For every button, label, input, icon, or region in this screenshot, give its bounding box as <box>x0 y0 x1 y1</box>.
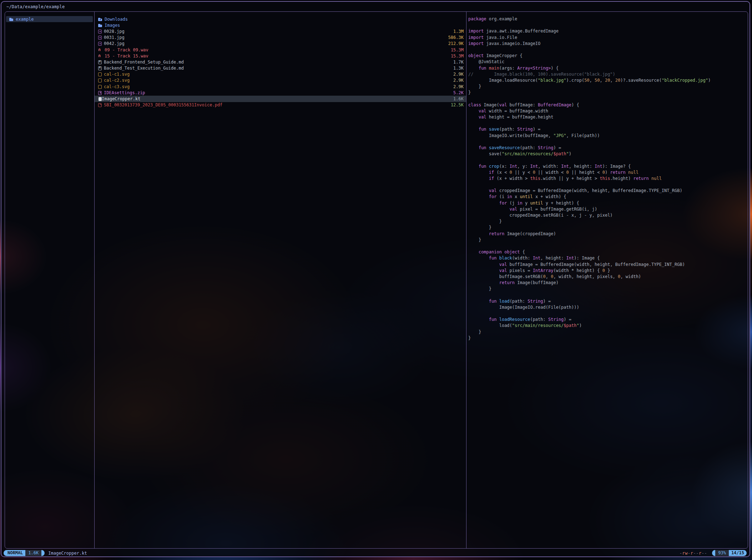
file-row[interactable]: cal-c2.svg2.9K <box>95 77 466 84</box>
code-line: class Image(val buffImage: BufferedImage… <box>468 102 747 108</box>
file-name: IDEAsettings.zip <box>104 90 145 95</box>
code-line: @JvmStatic <box>468 59 747 65</box>
code-line: } <box>468 329 747 335</box>
downloads-folder-icon <box>98 17 102 21</box>
audio-icon <box>98 48 102 52</box>
code-file-icon <box>99 97 102 101</box>
file-row[interactable]: Downloads <box>95 16 466 22</box>
code-line: } <box>468 224 747 231</box>
code-line <box>468 47 747 53</box>
code-line: croppedImage.setRGB(i - x, j - y, pixel) <box>468 212 747 218</box>
file-row[interactable]: ImageCropper.kt1.6K <box>95 96 466 102</box>
code-line: save("src/main/resources/$path") <box>468 151 747 157</box>
code-line: import java.io.File <box>468 35 747 41</box>
file-size: 2.9K <box>449 84 464 89</box>
file-name: SBI_0032013739_2023_DE05_0003155631Invoi… <box>104 102 222 107</box>
parent-dir-item[interactable]: example <box>6 16 93 22</box>
code-line: val pixels = IntArray(width * height) { … <box>468 268 747 274</box>
code-line: fun saveResource(path: String) = <box>468 145 747 151</box>
file-size-badge: 1.6K <box>25 550 41 556</box>
vector-icon <box>98 72 102 76</box>
file-size: 15.3M <box>446 47 464 52</box>
file-row[interactable]: Backend_Frontend_Setup_Guide.md1.7K <box>95 59 466 65</box>
code-line: fun save(path: String) = <box>468 126 747 132</box>
pane-separator-right <box>466 12 466 548</box>
cursor-position: 14/15 <box>729 550 747 556</box>
code-line <box>468 292 747 298</box>
code-line: object ImageCropper { <box>468 53 747 59</box>
file-row[interactable]: IDEAsettings.zip5.2K <box>95 90 466 96</box>
code-line: fun black(width: Int, height: Int): Imag… <box>468 255 747 261</box>
file-name: cal-c2.svg <box>104 78 130 83</box>
pdf-icon <box>98 103 102 107</box>
code-line: fun main(args: Array<String>) { <box>468 65 747 71</box>
vector-icon <box>98 85 102 89</box>
code-line: val pixel = buffImage.getRGB(i, j) <box>468 206 747 212</box>
image-icon <box>98 42 102 46</box>
folder-icon <box>9 17 14 21</box>
file-size: 1.3M <box>449 29 464 34</box>
file-row[interactable]: Images <box>95 22 466 28</box>
file-size: 15.3M <box>446 54 464 59</box>
code-line: return Image(croppedImage) <box>468 231 747 237</box>
code-line: load("src/main/resources/$path") <box>468 323 747 329</box>
code-line <box>468 182 747 188</box>
terminal-window: ~/Data/example/example example Downloads… <box>1 1 750 557</box>
code-line: for (j in y until y + height) { <box>468 200 747 206</box>
markdown-icon <box>98 60 102 64</box>
vector-icon <box>98 79 102 82</box>
code-line: val width = buffImage.width <box>468 108 747 114</box>
file-row[interactable]: cal-c3.svg2.9K <box>95 84 466 90</box>
mode-badge: NORMAL <box>7 550 25 556</box>
code-line: if (x + width > this.width || y + height… <box>468 176 747 182</box>
file-size: 586.3K <box>444 35 464 40</box>
file-row[interactable]: cal-c1.svg2.9K <box>95 71 466 77</box>
code-line <box>468 157 747 163</box>
code-line <box>468 311 747 317</box>
code-line: companion object { <box>468 249 747 255</box>
file-list: DownloadsImages0028.jpg1.3M0031.jpg586.3… <box>95 16 466 108</box>
status-bar: NORMAL 1.6K ImageCropper.kt -rw-r--r-- 9… <box>4 550 747 556</box>
file-name: cal-c3.svg <box>104 84 130 89</box>
file-name: 0042.jpg <box>104 41 125 46</box>
file-row[interactable]: 0042.jpg212.9K <box>95 41 466 47</box>
folder-icon <box>98 23 102 27</box>
file-size: 1.7K <box>449 60 464 65</box>
file-row[interactable]: SBI_0032013739_2023_DE05_0003155631Invoi… <box>95 102 466 108</box>
desktop-wallpaper: ~/Data/example/example example Downloads… <box>0 0 752 560</box>
code-line: // Image.black(100, 100).saveResource("b… <box>468 71 747 77</box>
code-line: import java.awt.image.BufferedImage <box>468 28 747 34</box>
powerline-cap-left <box>4 550 7 556</box>
code-line: return Image(buffImage) <box>468 280 747 286</box>
code-line: package org.example <box>468 16 747 22</box>
file-row[interactable]: 09 - Track 09.wav15.3M <box>95 47 466 53</box>
breadcrumb-path: ~/Data/example/example <box>6 4 65 9</box>
file-row[interactable]: Backend_Test_Execution_Guide.md1.3K <box>95 65 466 71</box>
code-line: } <box>468 84 747 90</box>
code-line: val buffImage = BufferedImage(width, hei… <box>468 262 747 268</box>
code-line: fun crop(x: Int, y: Int, width: Int, hei… <box>468 163 747 170</box>
status-left: NORMAL 1.6K ImageCropper.kt <box>4 550 87 556</box>
parent-dir-label: example <box>16 17 34 22</box>
code-preview: package org.example import java.awt.imag… <box>468 16 747 341</box>
file-row[interactable]: 15 - Track 15.wav15.3M <box>95 53 466 59</box>
file-name: 15 - Track 15.wav <box>105 54 148 59</box>
code-line: if (x < 0 || y < 0 || width < 0 || heigh… <box>468 170 747 176</box>
code-line: } <box>468 90 747 96</box>
code-line: ImageIO.write(buffImage, "JPG", File(pat… <box>468 133 747 139</box>
file-name: Downloads <box>105 17 128 22</box>
file-name: 09 - Track 09.wav <box>105 47 148 52</box>
code-line: buffImage.setRGB(0, 0, width, height, pi… <box>468 274 747 280</box>
pane-container: example DownloadsImages0028.jpg1.3M0031.… <box>5 11 748 549</box>
code-line <box>468 139 747 145</box>
file-row[interactable]: 0028.jpg1.3M <box>95 28 466 34</box>
audio-icon <box>98 54 102 58</box>
file-size: 1.6K <box>449 96 464 101</box>
file-row[interactable]: 0031.jpg586.3K <box>95 35 466 41</box>
code-line: } <box>468 237 747 243</box>
code-line: for (i in x until x + width) { <box>468 194 747 200</box>
code-line: val croppedImage = BufferedImage(width, … <box>468 188 747 194</box>
current-file-name: ImageCropper.kt <box>48 551 87 556</box>
powerline-cap-right <box>41 550 45 556</box>
file-size: 12.5K <box>446 102 464 107</box>
